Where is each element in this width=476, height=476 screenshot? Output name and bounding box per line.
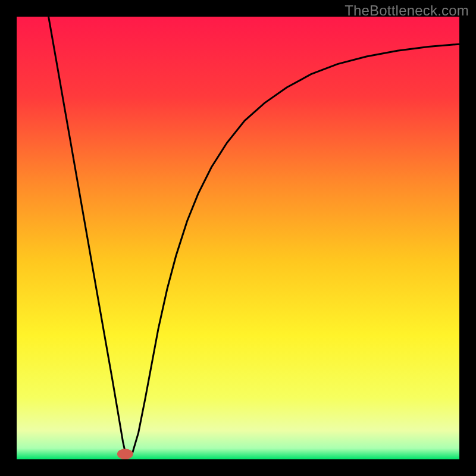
marker-dot xyxy=(117,449,133,459)
plot-area xyxy=(17,17,459,459)
chart-frame: TheBottleneck.com xyxy=(0,0,476,476)
chart-svg xyxy=(17,17,459,459)
gradient-background xyxy=(17,17,459,459)
watermark-text: TheBottleneck.com xyxy=(345,2,469,19)
